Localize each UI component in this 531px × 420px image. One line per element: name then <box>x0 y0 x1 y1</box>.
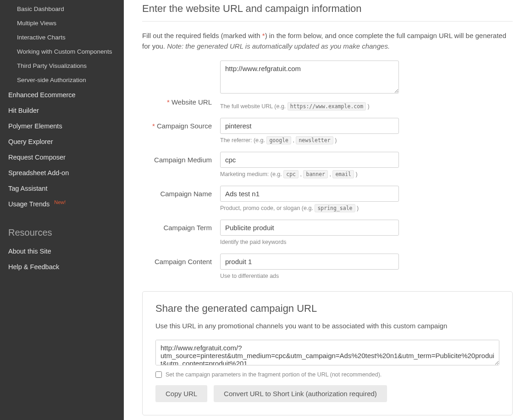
label-text: Campaign Medium <box>154 156 212 164</box>
label-website-url: *Website URL <box>142 61 220 106</box>
label-text: Campaign Term <box>163 224 212 232</box>
required-marker: * <box>167 98 170 106</box>
help-pre: Marketing medium: (e.g. <box>220 171 283 177</box>
fragment-checkbox[interactable] <box>155 371 162 378</box>
label-campaign-source: *Campaign Source <box>142 118 220 130</box>
sidebar-item-label: Usage Trends <box>8 200 50 208</box>
help-campaign-content: Use to differentiate ads <box>220 273 399 279</box>
new-badge: New! <box>54 199 66 205</box>
sidebar-sub-item[interactable]: Third Party Visualizations <box>0 59 124 73</box>
share-description: Use this URL in any promotional channels… <box>155 322 499 330</box>
help-campaign-term: Identify the paid keywords <box>220 239 399 245</box>
help-pre: Product, promo code, or slogan (e.g. <box>220 205 315 211</box>
campaign-medium-input[interactable] <box>220 152 399 168</box>
help-code: email <box>332 170 354 178</box>
required-marker: * <box>152 122 155 130</box>
label-text: Website URL <box>171 98 212 106</box>
fragment-checkbox-label: Set the campaign parameters in the fragm… <box>166 371 382 378</box>
campaign-form: *Website URL The full website URL (e.g. … <box>142 61 513 279</box>
sidebar-sub-item[interactable]: Basic Dashboard <box>0 2 124 16</box>
help-website-url: The full website URL (e.g. https://www.e… <box>220 103 399 110</box>
help-pre: The full website URL (e.g. <box>220 103 288 110</box>
sidebar-sub-item[interactable]: Multiple Views <box>0 16 124 30</box>
page-title: Enter the website URL and campaign infor… <box>142 3 513 22</box>
row-campaign-term: Campaign Term Identify the paid keywords <box>142 220 513 245</box>
sidebar-item-help[interactable]: Help & Feedback <box>0 259 124 275</box>
row-campaign-content: Campaign Content Use to differentiate ad… <box>142 254 513 279</box>
row-website-url: *Website URL The full website URL (e.g. … <box>142 61 513 110</box>
help-post: ) <box>354 171 358 177</box>
intro-note: Note: the generated URL is automatically… <box>167 42 390 50</box>
help-code: spring_sale <box>315 204 355 212</box>
share-box: Share the generated campaign URL Use thi… <box>142 291 513 415</box>
shorten-url-button[interactable]: Convert URL to Short Link (authorization… <box>214 385 387 402</box>
sidebar-item-usage-trends[interactable]: Usage Trends New! <box>0 196 124 212</box>
label-campaign-name: Campaign Name <box>142 186 220 198</box>
help-code: https://www.example.com <box>288 102 366 111</box>
generated-url-output[interactable] <box>155 340 499 365</box>
intro-pre: Fill out the required fields (marked wit… <box>142 32 262 39</box>
campaign-term-input[interactable] <box>220 220 399 236</box>
help-code: google <box>266 136 291 144</box>
main-content: Enter the website URL and campaign infor… <box>124 0 531 420</box>
sidebar-item-enhanced-ecommerce[interactable]: Enhanced Ecommerce <box>0 87 124 103</box>
sidebar-item-spreadsheet-addon[interactable]: Spreadsheet Add-on <box>0 165 124 181</box>
website-url-input[interactable] <box>220 61 399 94</box>
label-campaign-term: Campaign Term <box>142 220 220 232</box>
sidebar-item-about[interactable]: About this Site <box>0 243 124 259</box>
help-campaign-source: The referrer: (e.g. google , newsletter … <box>220 137 399 144</box>
share-heading: Share the generated campaign URL <box>155 303 499 315</box>
campaign-content-input[interactable] <box>220 254 399 270</box>
row-campaign-name: Campaign Name Product, promo code, or sl… <box>142 186 513 211</box>
sidebar-item-request-composer[interactable]: Request Composer <box>0 149 124 165</box>
fragment-checkbox-row: Set the campaign parameters in the fragm… <box>155 371 499 378</box>
sidebar-sub-item[interactable]: Working with Custom Components <box>0 44 124 59</box>
label-campaign-content: Campaign Content <box>142 254 220 265</box>
label-text: Campaign Source <box>157 122 212 130</box>
help-post: ) <box>333 137 337 144</box>
sidebar-item-hit-builder[interactable]: Hit Builder <box>0 103 124 118</box>
sidebar-section-resources: Resources <box>0 212 124 243</box>
label-campaign-medium: Campaign Medium <box>142 152 220 164</box>
row-campaign-medium: Campaign Medium Marketing medium: (e.g. … <box>142 152 513 177</box>
sidebar: Basic Dashboard Multiple Views Interacti… <box>0 0 124 420</box>
intro-text: Fill out the required fields (marked wit… <box>142 31 513 51</box>
row-campaign-source: *Campaign Source The referrer: (e.g. goo… <box>142 118 513 144</box>
campaign-source-input[interactable] <box>220 118 399 134</box>
sidebar-sub-item[interactable]: Server-side Authorization <box>0 73 124 87</box>
help-post: ) <box>355 205 359 211</box>
help-code: newsletter <box>296 136 333 144</box>
help-code: cpc <box>283 170 299 178</box>
label-text: Campaign Content <box>155 258 212 265</box>
help-campaign-medium: Marketing medium: (e.g. cpc , banner , e… <box>220 171 399 177</box>
sidebar-item-query-explorer[interactable]: Query Explorer <box>0 134 124 149</box>
campaign-name-input[interactable] <box>220 186 399 202</box>
copy-url-button[interactable]: Copy URL <box>155 385 207 402</box>
help-campaign-name: Product, promo code, or slogan (e.g. spr… <box>220 205 399 211</box>
sidebar-item-polymer-elements[interactable]: Polymer Elements <box>0 118 124 134</box>
help-post: ) <box>366 103 370 110</box>
sidebar-item-tag-assistant[interactable]: Tag Assistant <box>0 181 124 196</box>
sidebar-sub-item[interactable]: Interactive Charts <box>0 30 124 44</box>
label-text: Campaign Name <box>160 190 212 198</box>
help-code: banner <box>303 170 328 178</box>
help-pre: The referrer: (e.g. <box>220 137 266 144</box>
